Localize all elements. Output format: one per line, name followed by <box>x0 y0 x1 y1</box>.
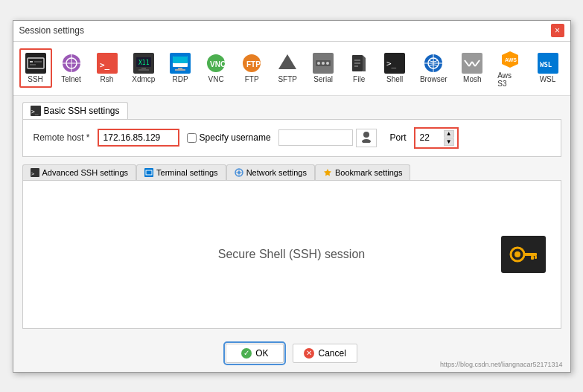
toolbar-label-serial: Serial <box>313 75 333 83</box>
toolbar-item-rdp[interactable]: RDP <box>164 48 197 88</box>
xdmcp-icon: X11 <box>133 53 154 74</box>
toolbar-label-telnet: Telnet <box>61 75 81 83</box>
basic-ssh-tab[interactable]: >_ Basic SSH settings <box>22 102 128 119</box>
tab-terminal[interactable]: Terminal settings <box>136 164 226 180</box>
svg-point-29 <box>322 62 325 65</box>
svg-point-53 <box>363 132 369 138</box>
specify-username-checkbox-label[interactable]: Specify username <box>187 132 271 143</box>
toolbar-item-browser[interactable]: Browser <box>414 48 453 88</box>
wsl-icon: WSL <box>538 53 558 74</box>
svg-text:X11: X11 <box>138 60 150 66</box>
toolbar-item-shell[interactable]: >_ Shell <box>378 48 411 88</box>
svg-rect-68 <box>535 256 537 259</box>
svg-text:FTP: FTP <box>246 60 261 68</box>
port-increment-button[interactable]: ▲ <box>444 130 454 138</box>
shell-icon: >_ <box>384 53 405 74</box>
toolbar-label-awss3: Aws S3 <box>497 71 522 88</box>
sftp-icon <box>277 53 298 74</box>
svg-point-30 <box>326 62 329 65</box>
tab-advanced-ssh[interactable]: > Advanced SSH settings <box>22 164 137 180</box>
title-bar: Session settings × <box>13 21 570 42</box>
svg-text:AWS: AWS <box>505 57 517 62</box>
network-tab-icon <box>235 168 243 177</box>
svg-text:>_: >_ <box>31 109 39 115</box>
toolbar-item-vnc[interactable]: VNC VNC <box>200 48 232 88</box>
toolbar-label-xdmcp: Xdmcp <box>132 75 155 83</box>
remote-host-input[interactable] <box>98 129 179 147</box>
user-icon <box>360 131 372 143</box>
svg-rect-14 <box>138 69 149 71</box>
toolbar-label-ssh: SSH <box>28 75 43 83</box>
toolbar-item-xdmcp[interactable]: X11 Xdmcp <box>127 48 162 88</box>
svg-marker-25 <box>278 54 296 69</box>
svg-rect-33 <box>363 58 366 71</box>
ssh-icon <box>25 53 46 74</box>
cancel-icon: ✕ <box>304 348 314 359</box>
ok-label: OK <box>255 348 268 359</box>
remote-host-label: Remote host * <box>34 132 90 143</box>
svg-point-65 <box>514 251 520 257</box>
mosh-icon <box>462 53 482 74</box>
basic-tab-icon: >_ <box>31 106 41 116</box>
svg-text:>: > <box>31 171 34 177</box>
tab-network[interactable]: Network settings <box>226 164 315 180</box>
svg-rect-66 <box>523 253 537 256</box>
toolbar-item-telnet[interactable]: Telnet <box>55 48 88 88</box>
footer-link: https://blog.csdn.net/liangnacar52171314 <box>440 361 563 368</box>
toolbar-item-file[interactable]: File <box>343 48 375 88</box>
toolbar-label-rsh: Rsh <box>101 75 114 83</box>
svg-rect-67 <box>531 256 534 260</box>
bottom-tabs: > Advanced SSH settings Terminal setting… <box>22 164 561 180</box>
key-icon <box>509 243 538 266</box>
toolbar-item-sftp[interactable]: SFTP <box>271 48 304 88</box>
svg-marker-63 <box>324 169 331 176</box>
toolbar-label-vnc: VNC <box>208 75 224 83</box>
basic-tab-label: Basic SSH settings <box>44 106 120 116</box>
specify-username-input[interactable] <box>278 129 353 146</box>
toolbar-item-serial[interactable]: Serial <box>307 48 340 88</box>
toolbar-item-wsl[interactable]: WSL WSL <box>532 48 564 88</box>
tab-network-label: Network settings <box>246 168 307 177</box>
port-decrement-button[interactable]: ▼ <box>444 138 454 146</box>
user-icon-button[interactable] <box>356 129 377 147</box>
session-description: Secure Shell (SSH) session <box>218 248 365 261</box>
browser-icon <box>423 53 444 74</box>
footer: ✓ OK ✕ Cancel https://blog.csdn.net/lian… <box>13 335 570 372</box>
svg-marker-32 <box>363 55 366 58</box>
ok-icon: ✓ <box>241 348 252 359</box>
awss3-icon: AWS <box>500 49 520 70</box>
svg-text:>_: >_ <box>386 59 397 68</box>
cancel-button[interactable]: ✕ Cancel <box>293 344 357 363</box>
vnc-icon: VNC <box>206 53 226 74</box>
toolbar-label-rdp: RDP <box>173 75 188 83</box>
basic-settings-panel: Remote host * Specify username Port <box>22 119 561 157</box>
svg-text:WSL: WSL <box>540 61 552 68</box>
toolbar-item-ftp[interactable]: FTP FTP <box>235 48 268 88</box>
svg-point-28 <box>317 62 320 65</box>
specify-username-checkbox[interactable] <box>187 133 197 143</box>
svg-text:VNC: VNC <box>210 60 226 68</box>
toolbar-item-mosh[interactable]: Mosh <box>456 48 488 88</box>
close-button[interactable]: × <box>551 24 564 37</box>
ok-button[interactable]: ✓ OK <box>226 344 284 363</box>
toolbar: SSH Telnet >_ Rsh <box>13 42 570 96</box>
toolbar-item-awss3[interactable]: AWS Aws S3 <box>491 45 528 92</box>
cancel-label: Cancel <box>318 348 345 359</box>
toolbar-label-file: File <box>353 75 365 83</box>
tab-bookmark-label: Bookmark settings <box>335 168 402 177</box>
specify-username-label: Specify username <box>200 132 271 143</box>
basic-settings-section: >_ Basic SSH settings Remote host * Spec… <box>22 102 561 157</box>
svg-point-54 <box>362 139 371 143</box>
telnet-icon <box>61 53 82 74</box>
terminal-tab-icon <box>144 168 153 177</box>
toolbar-item-rsh[interactable]: >_ Rsh <box>91 48 124 88</box>
tab-bookmark[interactable]: Bookmark settings <box>315 164 410 180</box>
toolbar-item-ssh[interactable]: SSH <box>19 48 52 88</box>
advanced-ssh-tab-icon: > <box>31 168 39 177</box>
session-settings-window: Session settings × SSH <box>13 20 571 373</box>
port-spinner: ▲ ▼ <box>444 130 454 146</box>
toolbar-label-mosh: Mosh <box>463 75 481 83</box>
window-title: Session settings <box>19 25 84 36</box>
toolbar-label-wsl: WSL <box>540 75 556 83</box>
port-input[interactable] <box>418 131 441 144</box>
